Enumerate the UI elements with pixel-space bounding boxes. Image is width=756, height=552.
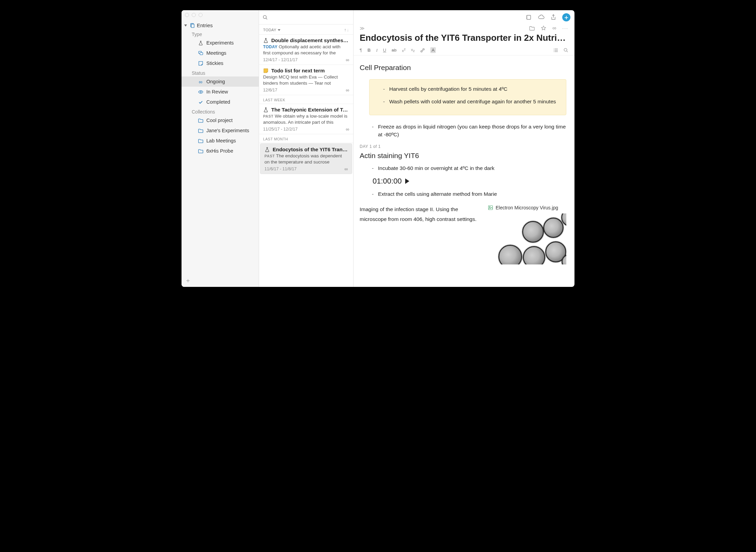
sidebar-item-label: Meetings bbox=[206, 49, 226, 57]
list-section-label: LAST MONTH bbox=[259, 134, 353, 143]
entry-preview: Design MCQ test with Eva — Collect binde… bbox=[263, 74, 349, 86]
imaging-description: Imaging of the infection stage II. Using… bbox=[360, 204, 479, 264]
attachment-filename: Electron Microscopy Virus.jpg bbox=[496, 204, 558, 211]
entry-preview: TODAY Optionally add acetic acid with fi… bbox=[263, 44, 349, 56]
outline-icon[interactable] bbox=[553, 48, 559, 53]
minimize-window-button[interactable] bbox=[192, 13, 196, 17]
folder-icon[interactable] bbox=[529, 26, 535, 31]
cloud-icon[interactable] bbox=[538, 14, 545, 20]
sidebar-item-experiments[interactable]: Experiments bbox=[182, 38, 259, 48]
svg-point-4 bbox=[200, 91, 201, 92]
entry-list-item[interactable]: Todo list for next termDesign MCQ test w… bbox=[259, 65, 353, 95]
entry-date: 12/6/17 bbox=[263, 88, 277, 92]
sidebar-item-label: Completed bbox=[206, 98, 230, 106]
document-body[interactable]: Cell Preparation Harvest cells by centri… bbox=[354, 55, 574, 287]
document-title[interactable]: Endocytosis of the YIT6 Transporter in 2… bbox=[360, 32, 568, 46]
list-item: Extract the cells using alternate method… bbox=[372, 190, 566, 198]
entry-title: The Tachyonic Extension of To… bbox=[271, 107, 349, 113]
close-window-button[interactable] bbox=[185, 13, 189, 17]
list-item: Incubate 30-60 min or overnight at 4ºC i… bbox=[372, 164, 566, 172]
sort-button[interactable]: ↑↓ bbox=[344, 27, 349, 32]
svg-line-6 bbox=[266, 18, 268, 19]
new-entry-button[interactable]: ＋ bbox=[562, 13, 570, 21]
app-toolbar: ＋ bbox=[354, 10, 574, 24]
chevron-down-icon bbox=[184, 24, 187, 27]
sticky-y-icon bbox=[263, 68, 269, 73]
folder-icon bbox=[198, 138, 203, 143]
callout-item: Harvest cells by centrifugation for 5 mi… bbox=[383, 85, 559, 93]
sidebar-item-label: Jane's Experiments bbox=[206, 127, 249, 134]
list-filter-dropdown[interactable]: TODAY bbox=[263, 28, 280, 32]
subscript-button[interactable]: x2 bbox=[411, 48, 415, 53]
entry-status-icon: ∞ bbox=[344, 166, 348, 172]
sidebar-root-entries[interactable]: Entries bbox=[182, 21, 259, 30]
list-section-label: LAST WEEK bbox=[259, 95, 353, 104]
sidebar-item-his[interactable]: 6xHis Probe bbox=[182, 146, 259, 156]
entry-date: 11/25/17 - 12/2/17 bbox=[263, 127, 297, 132]
sidebar-item-labm[interactable]: Lab Meetings bbox=[182, 136, 259, 146]
flask-icon bbox=[264, 147, 270, 152]
italic-button[interactable]: I bbox=[376, 48, 377, 53]
sidebar-item-inreview[interactable]: In Review bbox=[182, 87, 259, 97]
svg-line-21 bbox=[567, 51, 568, 52]
flask-icon bbox=[198, 40, 203, 46]
document-pane: ＋ ≫ ∞ ··· Endocytosis of the YIT6 Transp… bbox=[354, 10, 574, 287]
chat-icon bbox=[198, 51, 203, 56]
entry-badge: PAST bbox=[264, 154, 275, 158]
add-collection-button[interactable]: ＋ bbox=[185, 277, 191, 284]
entry-title: Double displacement synthesi… bbox=[271, 37, 349, 43]
bold-button[interactable]: B bbox=[367, 48, 371, 53]
sidebar-group-label: Status bbox=[182, 68, 259, 76]
library-icon[interactable] bbox=[526, 14, 532, 20]
infinity-icon: ∞ bbox=[198, 79, 203, 84]
share-icon[interactable] bbox=[551, 14, 556, 20]
app-window: Entries TypeExperimentsMeetingsStickiesS… bbox=[182, 10, 574, 287]
sidebar-item-cool[interactable]: Cool project bbox=[182, 115, 259, 125]
entry-status-icon: ∞ bbox=[346, 87, 349, 93]
expand-icon[interactable]: ≫ bbox=[360, 25, 365, 31]
flask-icon bbox=[263, 38, 269, 43]
list-filter-header: TODAY ↑↓ bbox=[259, 24, 353, 35]
sidebar: Entries TypeExperimentsMeetingsStickiesS… bbox=[182, 10, 259, 287]
paragraph-style-button[interactable]: ¶ bbox=[360, 48, 362, 53]
entry-preview: PAST The endocytosis was dependent on th… bbox=[264, 153, 348, 165]
strikethrough-button[interactable]: ab bbox=[392, 48, 396, 53]
window-controls bbox=[182, 10, 259, 20]
svg-rect-1 bbox=[191, 24, 194, 28]
search-icon bbox=[262, 15, 268, 20]
sidebar-item-janes[interactable]: Jane's Experiments bbox=[182, 125, 259, 136]
entry-list-item[interactable]: Endocytosis of the YIT6 Trans…PAST The e… bbox=[260, 143, 352, 174]
sidebar-item-ongoing[interactable]: ∞Ongoing bbox=[182, 76, 259, 87]
entry-list-item[interactable]: Double displacement synthesi…TODAY Optio… bbox=[259, 35, 353, 65]
entry-title: Endocytosis of the YIT6 Trans… bbox=[273, 146, 348, 152]
play-icon[interactable] bbox=[405, 178, 409, 184]
underline-button[interactable]: U bbox=[383, 48, 386, 53]
star-icon[interactable] bbox=[541, 25, 546, 31]
entry-date: 12/4/17 - 12/11/17 bbox=[263, 57, 297, 62]
status-infinity-icon[interactable]: ∞ bbox=[552, 25, 556, 31]
timer-value: 01:00:00 bbox=[373, 175, 402, 187]
find-icon[interactable] bbox=[563, 48, 568, 53]
highlight-button[interactable]: A bbox=[430, 47, 436, 53]
superscript-button[interactable]: x2 bbox=[402, 48, 406, 53]
image-file-icon bbox=[488, 205, 493, 210]
svg-point-20 bbox=[564, 48, 567, 51]
more-icon[interactable]: ··· bbox=[562, 25, 568, 31]
attachment-thumbnail bbox=[488, 213, 566, 264]
zoom-window-button[interactable] bbox=[199, 13, 203, 17]
sidebar-item-meetings[interactable]: Meetings bbox=[182, 48, 259, 58]
folder-icon bbox=[198, 128, 203, 133]
sidebar-item-label: Cool project bbox=[206, 117, 233, 124]
entry-list-item[interactable]: The Tachyonic Extension of To…PAST We ob… bbox=[259, 104, 353, 134]
entry-preview: PAST We obtain why a low-scale model is … bbox=[263, 113, 349, 125]
sidebar-item-label: Experiments bbox=[206, 39, 234, 47]
attachment-block[interactable]: Electron Microscopy Virus.jpg bbox=[488, 204, 566, 264]
folder-icon bbox=[198, 149, 203, 154]
sidebar-item-completed[interactable]: Completed bbox=[182, 97, 259, 107]
sidebar-item-stickies[interactable]: Stickies bbox=[182, 58, 259, 68]
link-button[interactable] bbox=[420, 48, 425, 53]
callout-item: Wash pellets with cold water and centrif… bbox=[383, 98, 559, 105]
search-bar[interactable] bbox=[259, 10, 353, 24]
timer[interactable]: 01:00:00 bbox=[360, 175, 566, 187]
sidebar-item-label: Stickies bbox=[206, 59, 223, 67]
